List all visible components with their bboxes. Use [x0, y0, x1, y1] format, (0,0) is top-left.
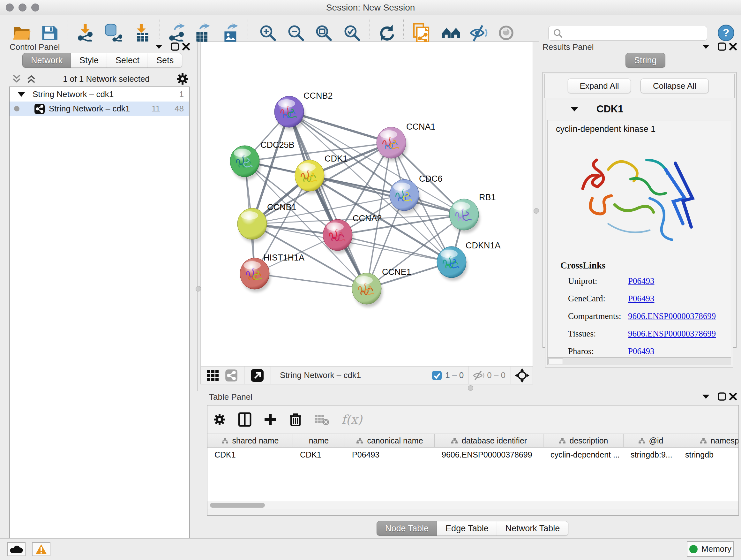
zoom-fit-icon[interactable]	[314, 23, 333, 42]
column-type-icon	[356, 437, 363, 444]
close-panel-icon[interactable]	[729, 392, 737, 401]
table-cell[interactable]: CDK1	[207, 448, 293, 462]
export-image-icon[interactable]	[221, 23, 240, 43]
cloud-status-button[interactable]	[7, 542, 25, 556]
delete-column-icon[interactable]	[289, 412, 302, 427]
collection-expand-icon[interactable]	[18, 92, 25, 97]
import-network-from-database-icon[interactable]	[103, 23, 122, 43]
tab-style[interactable]: Style	[71, 53, 107, 68]
network-node-RB1[interactable]: RB1	[449, 192, 496, 233]
export-table-icon[interactable]	[193, 23, 212, 43]
crosslink-value-link[interactable]: 9606.ENSP00000378699	[628, 329, 716, 339]
close-panel-icon[interactable]	[182, 43, 190, 51]
memory-button[interactable]: Memory	[687, 541, 734, 557]
column-header-name[interactable]: name	[293, 434, 345, 447]
clone-network-icon[interactable]	[412, 23, 431, 43]
network-edge[interactable]	[255, 273, 367, 289]
tab-sets[interactable]: Sets	[148, 53, 182, 68]
expand-all-button[interactable]: Expand All	[568, 78, 631, 93]
open-in-new-window-icon[interactable]	[250, 368, 264, 382]
show-columns-icon[interactable]	[238, 412, 252, 427]
warning-status-button[interactable]	[32, 542, 51, 556]
network-graph[interactable]: CCNB2CCNA1CDC25BCDK1CDC6RB1CCNB1CCNA2CDK…	[201, 42, 533, 366]
protein-section-collapse-icon[interactable]	[571, 107, 578, 111]
float-panel-icon[interactable]	[718, 42, 726, 51]
collapse-all-button[interactable]: Collapse All	[641, 78, 709, 93]
zoom-out-icon[interactable]	[286, 23, 305, 42]
show-graphics-details-icon[interactable]	[497, 24, 515, 42]
import-network-from-file-icon[interactable]	[76, 23, 94, 43]
float-panel-icon[interactable]	[171, 42, 179, 51]
tab-select[interactable]: Select	[107, 53, 148, 68]
show-all-networks-icon[interactable]	[441, 24, 461, 41]
column-header-shared-name[interactable]: shared name	[207, 434, 293, 447]
table-cell[interactable]: CDK1	[293, 448, 345, 462]
tab-edge-table[interactable]: Edge Table	[437, 521, 497, 536]
crosslink-value-link[interactable]: P06493	[628, 347, 655, 356]
right-splitter-handle[interactable]	[534, 208, 539, 213]
crosslink-value-link[interactable]: 9606.ENSP00000378699	[628, 311, 716, 321]
zoom-selected-icon[interactable]	[343, 23, 361, 42]
tab-network-table[interactable]: Network Table	[497, 521, 569, 536]
network-node-CDK1[interactable]: CDK1	[295, 154, 347, 194]
tab-node-table[interactable]: Node Table	[377, 521, 437, 536]
node-label-CDC25B: CDC25B	[260, 140, 294, 150]
collapse-all-icon[interactable]	[11, 74, 22, 84]
network-node-CCNB2[interactable]: CCNB2	[274, 91, 333, 130]
selected-checkbox-icon[interactable]	[432, 370, 442, 381]
fit-selected-crosshair-icon[interactable]	[515, 368, 529, 383]
crosslink-value-link[interactable]: P06493	[628, 294, 655, 304]
table-horizontal-scrollbar[interactable]	[207, 502, 738, 509]
create-column-icon[interactable]	[264, 413, 277, 426]
protein-details-scrollbar[interactable]	[547, 358, 731, 365]
search-input[interactable]	[565, 27, 707, 39]
expand-all-icon[interactable]	[26, 74, 37, 84]
string-panel-icon[interactable]	[225, 369, 238, 382]
network-options-gear-icon[interactable]	[176, 72, 189, 85]
collapse-panel-icon[interactable]	[702, 395, 710, 399]
open-session-icon[interactable]	[13, 24, 30, 41]
network-node-HIST1H1A[interactable]: HIST1H1A	[240, 253, 305, 292]
network-node-CCNA1[interactable]: CCNA1	[377, 122, 435, 161]
crosslink-value-link[interactable]: P06493	[628, 276, 655, 286]
save-session-icon[interactable]	[41, 24, 57, 41]
table-cell[interactable]: cyclin-dependent ...	[543, 448, 623, 462]
close-panel-icon[interactable]	[729, 43, 737, 51]
column-header-namespace[interactable]: namespace	[678, 434, 738, 447]
horizontal-splitter-handle[interactable]	[468, 385, 473, 391]
network-row[interactable]: String Network – cdk1 11 48	[10, 102, 189, 116]
table-cell[interactable]: 9606.ENSP00000378699	[434, 448, 543, 462]
toolbar-separator	[369, 19, 370, 39]
zoom-in-icon[interactable]	[259, 23, 277, 42]
birds-eye-view-icon[interactable]	[206, 369, 219, 382]
hide-selected-icon[interactable]	[469, 24, 488, 42]
network-node-CDC25B[interactable]: CDC25B	[230, 140, 294, 180]
table-options-gear-icon[interactable]	[213, 413, 226, 426]
export-network-icon[interactable]	[167, 23, 186, 43]
network-node-CDKN1A[interactable]: CDKN1A	[437, 241, 501, 281]
column-header-description[interactable]: description	[543, 434, 623, 447]
tab-string[interactable]: String	[625, 53, 665, 68]
network-canvas[interactable]: CCNB2CCNA1CDC25BCDK1CDC6RB1CCNB1CCNA2CDK…	[200, 42, 533, 366]
float-panel-icon[interactable]	[718, 392, 726, 401]
tab-network[interactable]: Network	[22, 53, 71, 68]
scrollbar-thumb[interactable]	[210, 503, 265, 508]
left-splitter-handle[interactable]	[196, 286, 201, 292]
svg-text:?: ?	[723, 26, 730, 39]
help-icon[interactable]: ?	[718, 24, 735, 42]
collapse-panel-icon[interactable]	[702, 45, 710, 49]
column-header-@id[interactable]: @id	[623, 434, 678, 447]
table-cell[interactable]: stringdb:9...	[623, 448, 678, 462]
import-table-icon[interactable]	[133, 23, 151, 43]
network-node-CCNE1[interactable]: CCNE1	[352, 267, 411, 307]
network-edge[interactable]	[338, 235, 452, 262]
table-cell[interactable]: P06493	[345, 448, 434, 462]
column-header-database-identifier[interactable]: database identifier	[434, 434, 543, 447]
collapse-panel-icon[interactable]	[155, 45, 162, 49]
table-row[interactable]: CDK1CDK1P064939606.ENSP00000378699cyclin…	[207, 448, 738, 462]
node-label-CDC6: CDC6	[419, 174, 443, 184]
table-cell[interactable]: stringdb	[678, 448, 738, 462]
network-collection-row[interactable]: String Network – cdk1 1	[10, 87, 189, 102]
column-header-canonical-name[interactable]: canonical name	[345, 434, 434, 447]
refresh-icon[interactable]	[378, 24, 396, 42]
